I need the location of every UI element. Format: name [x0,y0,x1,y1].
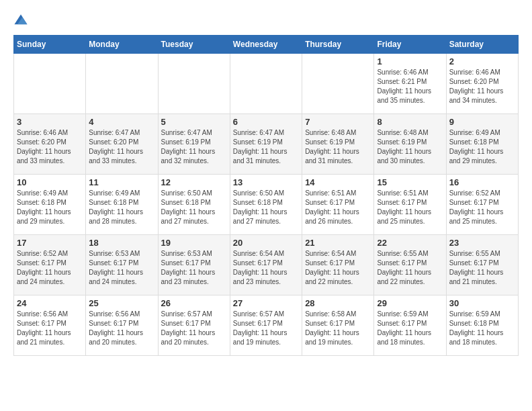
calendar-cell: 8Sunrise: 6:48 AM Sunset: 6:19 PM Daylig… [374,114,446,175]
day-info: Sunrise: 6:50 AM Sunset: 6:18 PM Dayligh… [233,189,299,226]
day-number: 1 [377,56,443,66]
day-info: Sunrise: 6:49 AM Sunset: 6:18 PM Dayligh… [89,189,154,226]
calendar-cell: 23Sunrise: 6:55 AM Sunset: 6:17 PM Dayli… [446,235,518,295]
calendar-cell: 25Sunrise: 6:56 AM Sunset: 6:17 PM Dayli… [86,295,158,356]
day-info: Sunrise: 6:59 AM Sunset: 6:18 PM Dayligh… [449,310,515,347]
day-number: 18 [89,238,154,248]
day-info: Sunrise: 6:56 AM Sunset: 6:17 PM Dayligh… [89,310,154,347]
day-info: Sunrise: 6:51 AM Sunset: 6:17 PM Dayligh… [377,189,443,226]
day-number: 4 [89,117,154,127]
calendar-cell: 20Sunrise: 6:54 AM Sunset: 6:17 PM Dayli… [230,235,302,295]
day-info: Sunrise: 6:48 AM Sunset: 6:19 PM Dayligh… [305,128,371,166]
day-info: Sunrise: 6:46 AM Sunset: 6:20 PM Dayligh… [17,128,83,166]
calendar-cell: 4Sunrise: 6:47 AM Sunset: 6:20 PM Daylig… [86,114,158,175]
day-info: Sunrise: 6:59 AM Sunset: 6:17 PM Dayligh… [377,310,443,347]
calendar-week-5: 24Sunrise: 6:56 AM Sunset: 6:17 PM Dayli… [14,295,519,356]
calendar-cell: 22Sunrise: 6:55 AM Sunset: 6:17 PM Dayli… [374,235,446,295]
calendar-cell: 10Sunrise: 6:49 AM Sunset: 6:18 PM Dayli… [14,175,86,235]
day-info: Sunrise: 6:52 AM Sunset: 6:17 PM Dayligh… [17,249,83,287]
calendar-table: SundayMondayTuesdayWednesdayThursdayFrid… [13,35,519,356]
day-info: Sunrise: 6:47 AM Sunset: 6:19 PM Dayligh… [233,128,299,166]
day-number: 8 [377,117,443,127]
calendar-cell: 26Sunrise: 6:57 AM Sunset: 6:17 PM Dayli… [158,295,230,356]
calendar-cell: 7Sunrise: 6:48 AM Sunset: 6:19 PM Daylig… [302,114,374,175]
calendar-cell: 6Sunrise: 6:47 AM Sunset: 6:19 PM Daylig… [230,114,302,175]
day-info: Sunrise: 6:49 AM Sunset: 6:18 PM Dayligh… [17,189,83,226]
day-number: 21 [305,238,371,248]
day-info: Sunrise: 6:46 AM Sunset: 6:21 PM Dayligh… [377,68,443,105]
logo [13,13,31,28]
day-number: 14 [305,177,371,187]
weekday-header-wednesday: Wednesday [230,36,302,54]
day-number: 25 [89,298,154,308]
calendar-cell: 21Sunrise: 6:54 AM Sunset: 6:17 PM Dayli… [302,235,374,295]
day-info: Sunrise: 6:55 AM Sunset: 6:17 PM Dayligh… [377,249,443,287]
day-number: 28 [305,298,371,308]
calendar-cell: 12Sunrise: 6:50 AM Sunset: 6:18 PM Dayli… [158,175,230,235]
calendar-cell: 30Sunrise: 6:59 AM Sunset: 6:18 PM Dayli… [446,295,518,356]
day-number: 24 [17,298,83,308]
day-number: 12 [161,177,227,187]
day-info: Sunrise: 6:47 AM Sunset: 6:20 PM Dayligh… [89,128,154,166]
calendar-cell: 16Sunrise: 6:52 AM Sunset: 6:17 PM Dayli… [446,175,518,235]
calendar-cell: 9Sunrise: 6:49 AM Sunset: 6:18 PM Daylig… [446,114,518,175]
calendar-week-2: 3Sunrise: 6:46 AM Sunset: 6:20 PM Daylig… [14,114,519,175]
day-number: 17 [17,238,83,248]
calendar-cell: 29Sunrise: 6:59 AM Sunset: 6:17 PM Dayli… [374,295,446,356]
calendar-week-4: 17Sunrise: 6:52 AM Sunset: 6:17 PM Dayli… [14,235,519,295]
calendar-week-3: 10Sunrise: 6:49 AM Sunset: 6:18 PM Dayli… [14,175,519,235]
calendar-cell: 5Sunrise: 6:47 AM Sunset: 6:19 PM Daylig… [158,114,230,175]
calendar-cell: 14Sunrise: 6:51 AM Sunset: 6:17 PM Dayli… [302,175,374,235]
day-number: 20 [233,238,299,248]
day-info: Sunrise: 6:50 AM Sunset: 6:18 PM Dayligh… [161,189,227,226]
day-info: Sunrise: 6:51 AM Sunset: 6:17 PM Dayligh… [305,189,371,226]
calendar-cell [230,54,302,114]
day-number: 23 [449,238,515,248]
weekday-header-friday: Friday [374,36,446,54]
day-info: Sunrise: 6:47 AM Sunset: 6:19 PM Dayligh… [161,128,227,166]
calendar-cell: 3Sunrise: 6:46 AM Sunset: 6:20 PM Daylig… [14,114,86,175]
day-number: 2 [449,56,515,66]
page-header [13,13,519,28]
day-number: 10 [17,177,83,187]
day-number: 29 [377,298,443,308]
weekday-header-monday: Monday [86,36,158,54]
calendar-cell: 1Sunrise: 6:46 AM Sunset: 6:21 PM Daylig… [374,54,446,114]
calendar-week-1: 1Sunrise: 6:46 AM Sunset: 6:21 PM Daylig… [14,54,519,114]
day-info: Sunrise: 6:54 AM Sunset: 6:17 PM Dayligh… [233,249,299,287]
day-info: Sunrise: 6:53 AM Sunset: 6:17 PM Dayligh… [89,249,154,287]
calendar-cell: 2Sunrise: 6:46 AM Sunset: 6:20 PM Daylig… [446,54,518,114]
day-info: Sunrise: 6:58 AM Sunset: 6:17 PM Dayligh… [305,310,371,347]
day-number: 3 [17,117,83,127]
day-number: 16 [449,177,515,187]
day-number: 6 [233,117,299,127]
day-number: 27 [233,298,299,308]
weekday-header-saturday: Saturday [446,36,518,54]
calendar-cell [86,54,158,114]
day-number: 7 [305,117,371,127]
day-number: 5 [161,117,227,127]
calendar-cell [302,54,374,114]
day-info: Sunrise: 6:57 AM Sunset: 6:17 PM Dayligh… [161,310,227,347]
day-number: 30 [449,298,515,308]
weekday-header-thursday: Thursday [302,36,374,54]
calendar-cell [158,54,230,114]
logo-icon [13,13,28,28]
calendar-cell: 19Sunrise: 6:53 AM Sunset: 6:17 PM Dayli… [158,235,230,295]
day-number: 26 [161,298,227,308]
calendar-cell: 11Sunrise: 6:49 AM Sunset: 6:18 PM Dayli… [86,175,158,235]
day-info: Sunrise: 6:53 AM Sunset: 6:17 PM Dayligh… [161,249,227,287]
day-info: Sunrise: 6:54 AM Sunset: 6:17 PM Dayligh… [305,249,371,287]
day-info: Sunrise: 6:55 AM Sunset: 6:17 PM Dayligh… [449,249,515,287]
day-number: 22 [377,238,443,248]
day-info: Sunrise: 6:49 AM Sunset: 6:18 PM Dayligh… [449,128,515,166]
day-info: Sunrise: 6:57 AM Sunset: 6:17 PM Dayligh… [233,310,299,347]
day-number: 11 [89,177,154,187]
calendar-cell: 15Sunrise: 6:51 AM Sunset: 6:17 PM Dayli… [374,175,446,235]
calendar-cell: 27Sunrise: 6:57 AM Sunset: 6:17 PM Dayli… [230,295,302,356]
weekday-header-sunday: Sunday [14,36,86,54]
weekday-header-tuesday: Tuesday [158,36,230,54]
day-info: Sunrise: 6:52 AM Sunset: 6:17 PM Dayligh… [449,189,515,226]
calendar-cell: 24Sunrise: 6:56 AM Sunset: 6:17 PM Dayli… [14,295,86,356]
calendar-cell: 18Sunrise: 6:53 AM Sunset: 6:17 PM Dayli… [86,235,158,295]
